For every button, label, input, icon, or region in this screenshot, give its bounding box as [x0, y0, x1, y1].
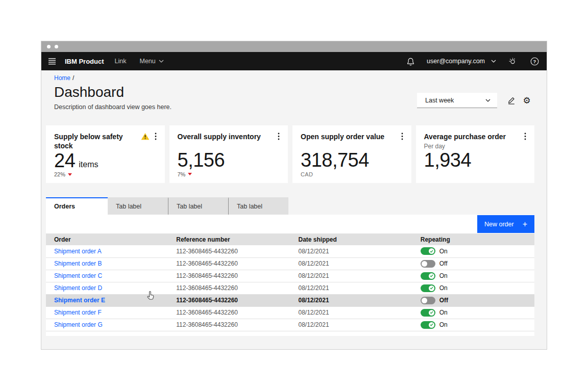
- overflow-menu-icon[interactable]: [401, 133, 403, 140]
- order-link[interactable]: Shipment order G: [54, 321, 103, 328]
- table-row[interactable]: Shipment order D 112-3608465-4432260 08/…: [46, 282, 534, 294]
- orders-table: Order Reference number Date shipped Repe…: [46, 233, 534, 331]
- date-shipped-cell: 08/12/2021: [290, 319, 412, 331]
- trend-value: 7%: [178, 171, 186, 177]
- tab-bar: Orders Tab label Tab label Tab label: [46, 197, 534, 215]
- date-shipped-cell: 08/12/2021: [290, 306, 412, 319]
- product-name[interactable]: IBM Product: [63, 52, 108, 70]
- tab-orders[interactable]: Orders: [46, 197, 108, 215]
- toggle-label: On: [439, 321, 448, 328]
- browser-titlebar: [41, 41, 547, 52]
- table-row[interactable]: Shipment order B 112-3608465-4432260 08/…: [46, 257, 534, 270]
- table-row-hovered[interactable]: Shipment order E 112-3608465-4432260 08/…: [46, 294, 534, 306]
- chevron-down-icon: [159, 60, 164, 63]
- gear-icon: ⚙: [523, 96, 530, 105]
- hamburger-icon: [48, 57, 56, 65]
- new-order-button[interactable]: New order +: [477, 215, 534, 233]
- column-header-reference[interactable]: Reference number: [168, 233, 290, 245]
- table-row[interactable]: Shipment order G 112-3608465-4432260 08/…: [46, 319, 534, 331]
- app-header: IBM Product Link Menu user@company.com: [41, 52, 547, 70]
- overflow-menu-icon[interactable]: [155, 133, 157, 140]
- table-row[interactable]: Shipment order C 112-3608465-4432260 08/…: [46, 270, 534, 282]
- repeating-toggle[interactable]: [421, 247, 435, 255]
- date-shipped-cell: 08/12/2021: [290, 282, 412, 294]
- reference-cell: 112-3608465-4432260: [168, 245, 290, 257]
- metric-value: 5,156: [178, 150, 225, 170]
- hamburger-menu-button[interactable]: [41, 52, 63, 70]
- bell-icon: [406, 57, 415, 66]
- repeating-toggle[interactable]: [421, 284, 435, 292]
- reference-cell: 112-3608465-4432260: [168, 257, 290, 270]
- metric-unit: items: [79, 160, 98, 169]
- svg-text:?: ?: [533, 59, 536, 64]
- notifications-button[interactable]: [400, 52, 422, 70]
- order-link[interactable]: Shipment order A: [54, 248, 102, 255]
- repeating-toggle[interactable]: [421, 321, 435, 329]
- metric-value: 318,754: [301, 150, 369, 170]
- order-link[interactable]: Shipment order E: [54, 297, 105, 304]
- table-row[interactable]: Shipment order F 112-3608465-4432260 08/…: [46, 306, 534, 319]
- header-spacer: [170, 52, 400, 70]
- breadcrumb: Home/: [54, 74, 534, 82]
- check-icon: [430, 323, 433, 326]
- tab-label-4[interactable]: Tab label: [228, 197, 288, 215]
- nav-menu[interactable]: Menu: [133, 52, 170, 70]
- card-subtitle: Per day: [424, 143, 527, 150]
- order-link[interactable]: Shipment order F: [54, 309, 102, 316]
- time-period-dropdown[interactable]: Last week: [417, 93, 497, 108]
- tab-label-3[interactable]: Tab label: [168, 197, 228, 215]
- card-overall-supply-inventory: Overall supply inventory 5,156 7%: [169, 125, 288, 183]
- metric-value: 24: [54, 150, 75, 171]
- chevron-down-icon: [491, 60, 496, 63]
- toggle-label: Off: [439, 260, 448, 267]
- settings-button[interactable]: ⚙: [519, 93, 534, 108]
- breadcrumb-separator: /: [72, 74, 74, 82]
- page-actions: Last week ⚙: [417, 93, 534, 108]
- repeating-toggle[interactable]: [421, 297, 435, 304]
- awake-light-icon: [508, 57, 517, 66]
- check-icon: [430, 311, 433, 314]
- toggle-label: On: [439, 284, 448, 292]
- toggle-label: On: [439, 248, 448, 255]
- trend-value: 22%: [54, 171, 65, 177]
- page-content: Home/ Dashboard Description of dashboard…: [41, 70, 547, 350]
- theme-toggle-button[interactable]: [501, 52, 524, 70]
- card-average-purchase-order: Average purchase order Per day 1,934: [416, 125, 535, 183]
- table-header-row: Order Reference number Date shipped Repe…: [46, 233, 534, 245]
- window-control-dot[interactable]: [47, 45, 51, 48]
- reference-cell: 112-3608465-4432260: [168, 282, 290, 294]
- repeating-toggle[interactable]: [421, 272, 435, 280]
- column-header-repeating[interactable]: Repeating: [412, 233, 534, 245]
- help-button[interactable]: ?: [524, 52, 547, 70]
- card-title: Supply below safety stock: [54, 132, 141, 150]
- warning-icon: [141, 133, 150, 140]
- repeating-toggle[interactable]: [421, 309, 435, 317]
- check-icon: [430, 250, 433, 253]
- table-row[interactable]: Shipment order A 112-3608465-4432260 08/…: [46, 245, 534, 257]
- repeating-toggle[interactable]: [421, 260, 435, 268]
- table-toolbar: New order +: [46, 215, 534, 233]
- overflow-menu-icon[interactable]: [524, 133, 526, 140]
- reference-cell: 112-3608465-4432260: [168, 306, 290, 319]
- overflow-menu-icon[interactable]: [278, 133, 280, 140]
- dropdown-value: Last week: [425, 97, 454, 104]
- user-account-dropdown[interactable]: user@company.com: [422, 52, 501, 70]
- window-control-dot[interactable]: [55, 45, 58, 48]
- column-header-order[interactable]: Order: [46, 233, 168, 245]
- user-email: user@company.com: [427, 58, 485, 65]
- metric-currency: CAD: [301, 171, 313, 177]
- card-title: Open supply order value: [301, 132, 401, 141]
- column-header-date-shipped[interactable]: Date shipped: [290, 233, 412, 245]
- order-link[interactable]: Shipment order D: [54, 284, 102, 292]
- toggle-label: On: [439, 309, 448, 316]
- card-supply-below-safety-stock: Supply below safety stock 24: [46, 125, 165, 183]
- metric-cards: Supply below safety stock 24: [46, 125, 534, 183]
- edit-button[interactable]: [504, 93, 519, 108]
- tab-label-2[interactable]: Tab label: [108, 197, 168, 215]
- trend-down-icon: [68, 173, 72, 176]
- nav-link[interactable]: Link: [108, 52, 133, 70]
- toggle-label: On: [439, 272, 448, 279]
- order-link[interactable]: Shipment order C: [54, 272, 102, 279]
- breadcrumb-home-link[interactable]: Home: [54, 74, 70, 82]
- order-link[interactable]: Shipment order B: [54, 260, 102, 267]
